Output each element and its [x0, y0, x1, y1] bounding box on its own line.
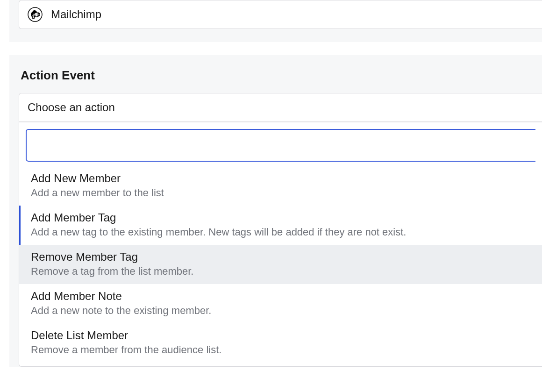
- dropdown-option-title: Delete List Member: [31, 329, 532, 342]
- dropdown-search-wrap: [19, 129, 542, 166]
- dropdown-option-desc: Remove a member from the audience list.: [31, 344, 532, 356]
- svg-point-2: [35, 13, 39, 17]
- app-selector-section: Mailchimp: [9, 0, 542, 42]
- dropdown-option-title: Add New Member: [31, 172, 532, 185]
- dropdown-option-desc: Add a new note to the existing member.: [31, 305, 532, 317]
- action-event-section: Action Event Choose an action Add New Me…: [9, 55, 542, 367]
- dropdown-option-title: Remove Member Tag: [31, 250, 532, 264]
- dropdown-option-title: Add Member Note: [31, 290, 532, 303]
- mailchimp-icon: [28, 7, 43, 22]
- dropdown-option-desc: Remove a tag from the list member.: [31, 265, 532, 278]
- dropdown-option[interactable]: Add New MemberAdd a new member to the li…: [19, 166, 542, 206]
- app-selector[interactable]: Mailchimp: [19, 0, 542, 29]
- dropdown-option[interactable]: Add Member TagAdd a new tag to the exist…: [19, 206, 542, 245]
- app-selector-value: Mailchimp: [51, 9, 101, 20]
- dropdown-option-title: Add Member Tag: [31, 211, 532, 224]
- svg-point-4: [37, 14, 38, 14]
- action-event-dropdown-trigger[interactable]: Choose an action: [19, 93, 542, 122]
- action-event-title: Action Event: [19, 68, 542, 83]
- svg-point-3: [36, 14, 36, 14]
- action-event-placeholder: Choose an action: [28, 101, 115, 114]
- dropdown-options-list: Add New MemberAdd a new member to the li…: [19, 166, 542, 363]
- dropdown-option[interactable]: Delete List MemberRemove a member from t…: [19, 323, 542, 363]
- dropdown-search-input[interactable]: [26, 129, 535, 162]
- section-divider: [0, 42, 542, 55]
- svg-point-7: [33, 17, 34, 18]
- dropdown-option-desc: Add a new member to the list: [31, 187, 532, 199]
- dropdown-option[interactable]: Add Member NoteAdd a new note to the exi…: [19, 284, 542, 323]
- dropdown-option-desc: Add a new tag to the existing member. Ne…: [31, 226, 532, 238]
- action-event-dropdown-panel: Add New MemberAdd a new member to the li…: [19, 122, 542, 367]
- dropdown-option[interactable]: Remove Member TagRemove a tag from the l…: [19, 245, 542, 284]
